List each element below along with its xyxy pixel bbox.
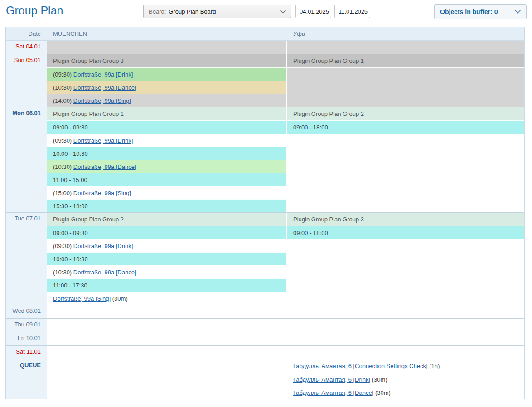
appointment-link[interactable]: Dorfstraße, 99a [Sing] — [53, 295, 111, 302]
empty-cell — [287, 41, 524, 54]
time-window: 09:00 - 09:30 — [47, 120, 286, 134]
day-cell-muenchen — [47, 346, 286, 359]
day-cell-muenchen — [47, 305, 286, 318]
board-select-value: Group Plan Board — [169, 8, 216, 15]
empty-cell — [47, 359, 286, 399]
appointment-duration: (30m) — [373, 389, 391, 396]
appointment-row: (10:30) Dorfstraße, 99a [Dance] — [47, 81, 286, 94]
plan-header-row: Date MUENCHEN Уфа — [6, 27, 524, 41]
appointment-time: (10:30) — [53, 163, 73, 170]
empty-cell — [47, 332, 286, 345]
day-cell-ufa — [287, 332, 524, 345]
appointment-row: (14:00) Dorfstraße, 99a [Sing] — [47, 94, 286, 107]
appointment-link[interactable]: Dorfstraße, 99a [Dance] — [73, 84, 136, 91]
column-header-ufa: Уфа — [287, 27, 524, 40]
appointment-link[interactable]: Dorfstraße, 99a [Drink] — [73, 137, 133, 144]
empty-cell — [287, 332, 524, 345]
empty-cell — [287, 67, 524, 107]
appointment-time: (10:30) — [53, 269, 73, 276]
day-cell-muenchen — [47, 332, 286, 345]
appointment-link[interactable]: Габдуллы Амантая, 6 [Dance] — [293, 389, 373, 396]
appointment-link[interactable]: Габдуллы Амантая, 6 [Drink] — [293, 376, 370, 383]
group-header: Plugin Group Plan Group 1 — [287, 54, 524, 67]
day-cell-ufa — [287, 346, 524, 359]
appointment-duration: (30m) — [111, 295, 128, 302]
date-label: Sat 04.01 — [6, 41, 47, 54]
empty-cell — [287, 239, 524, 305]
day-block: Sat 04.01 — [6, 41, 524, 54]
objects-in-buffer-label: Objects in buffer: 0 — [440, 8, 498, 15]
appointment-time: (10:30) — [53, 84, 73, 91]
empty-cell — [287, 346, 524, 359]
appointment-link[interactable]: Dorfstraße, 99a [Sing] — [73, 97, 131, 104]
time-window: 09:00 - 18:00 — [287, 226, 524, 239]
appointment-row: (09:30) Dorfstraße, 99a [Drink] — [47, 134, 286, 147]
day-block: Tue 07.01Plugin Group Plan Group 209:00 … — [6, 212, 524, 305]
time-window: 15:30 - 18:00 — [47, 199, 286, 212]
appointment-time: (09:30) — [53, 71, 73, 78]
objects-in-buffer-dropdown[interactable]: Objects in buffer: 0 — [434, 4, 527, 19]
appointment-link[interactable]: Dorfstraße, 99a [Dance] — [73, 269, 136, 276]
date-label: Mon 06.01 — [6, 107, 47, 212]
plan-table: Date MUENCHEN Уфа Sat 04.01Sun 05.01Plug… — [5, 27, 525, 399]
day-block: Sat 11.01 — [6, 345, 524, 359]
empty-cell — [47, 346, 286, 359]
appointment-row: (09:30) Dorfstraße, 99a [Drink] — [47, 67, 286, 81]
appointment-duration: (30m) — [370, 376, 387, 383]
appointment-time: (14:00) — [53, 97, 73, 104]
appointment-row: (10:30) Dorfstraße, 99a [Dance] — [47, 160, 286, 173]
day-cell-muenchen: Plugin Group Plan Group 109:00 - 09:30(0… — [47, 107, 286, 212]
date-to-input[interactable] — [334, 5, 370, 18]
date-from-input[interactable] — [295, 5, 331, 18]
time-window: 11:00 - 17:30 — [47, 278, 286, 292]
day-cell-ufa: Plugin Group Plan Group 309:00 - 18:00 — [287, 213, 524, 305]
day-block: Thu 09.01 — [6, 318, 524, 332]
date-label: Sun 05.01 — [6, 54, 47, 107]
day-block: Sun 05.01Plugin Group Plan Group 3(09:30… — [6, 54, 524, 107]
empty-cell — [287, 134, 524, 212]
empty-cell — [287, 319, 524, 332]
appointment-link[interactable]: Dorfstraße, 99a [Sing] — [73, 190, 131, 196]
board-select[interactable]: Board: Group Plan Board — [143, 5, 291, 18]
appointment-time: (09:30) — [53, 243, 73, 249]
day-cell-muenchen: Plugin Group Plan Group 3(09:30) Dorfstr… — [47, 54, 286, 107]
plan-body: Sat 04.01Sun 05.01Plugin Group Plan Grou… — [6, 41, 524, 399]
empty-cell — [47, 41, 286, 54]
day-cell-ufa: Габдуллы Амантая, 6 [Connection Settings… — [287, 359, 524, 399]
empty-cell — [47, 305, 286, 318]
date-label: Wed 08.01 — [6, 305, 47, 318]
appointment-link[interactable]: Dorfstraße, 99a [Drink] — [73, 71, 133, 78]
day-cell-muenchen — [47, 41, 286, 54]
appointment-row: Dorfstraße, 99a [Sing] (30m) — [47, 292, 286, 305]
group-header: Plugin Group Plan Group 1 — [47, 107, 286, 120]
group-header: Plugin Group Plan Group 3 — [47, 54, 286, 67]
page-title: Group Plan — [6, 4, 63, 17]
date-label: Tue 07.01 — [6, 213, 47, 305]
day-cell-muenchen — [47, 359, 286, 399]
group-header: Plugin Group Plan Group 3 — [287, 213, 524, 226]
time-window: 10:00 - 10:30 — [47, 252, 286, 265]
appointment-link[interactable]: Габдуллы Амантая, 6 [Connection Settings… — [293, 363, 428, 369]
board-select-label: Board: — [149, 8, 166, 15]
appointment-duration: (1h) — [428, 363, 440, 369]
day-block: Wed 08.01 — [6, 305, 524, 318]
time-window: 11:00 - 15:00 — [47, 173, 286, 186]
date-label: Sat 11.01 — [6, 346, 47, 359]
day-block: QUEUEГабдуллы Амантая, 6 [Connection Set… — [6, 359, 524, 399]
appointment-time: (15:00) — [53, 190, 73, 196]
day-cell-ufa — [287, 305, 524, 318]
appointment-link[interactable]: Dorfstraße, 99a [Drink] — [73, 243, 133, 249]
day-block: Mon 06.01Plugin Group Plan Group 109:00 … — [6, 107, 524, 212]
day-cell-ufa: Plugin Group Plan Group 209:00 - 18:00 — [287, 107, 524, 212]
time-window: 10:00 - 10:30 — [47, 147, 286, 160]
date-label: Fri 10.01 — [6, 332, 47, 345]
appointment-row: (09:30) Dorfstraße, 99a [Drink] — [47, 239, 286, 252]
day-block: Fri 10.01 — [6, 332, 524, 345]
group-plan-page: Group Plan Board: Group Plan Board Objec… — [0, 0, 532, 407]
appointment-link[interactable]: Dorfstraße, 99a [Dance] — [73, 163, 136, 170]
day-cell-muenchen — [47, 319, 286, 332]
time-window: 09:00 - 09:30 — [47, 226, 286, 239]
column-header-date: Date — [6, 27, 47, 40]
appointment-row: Габдуллы Амантая, 6 [Drink] (30m) — [287, 373, 524, 386]
date-label: QUEUE — [6, 359, 47, 399]
